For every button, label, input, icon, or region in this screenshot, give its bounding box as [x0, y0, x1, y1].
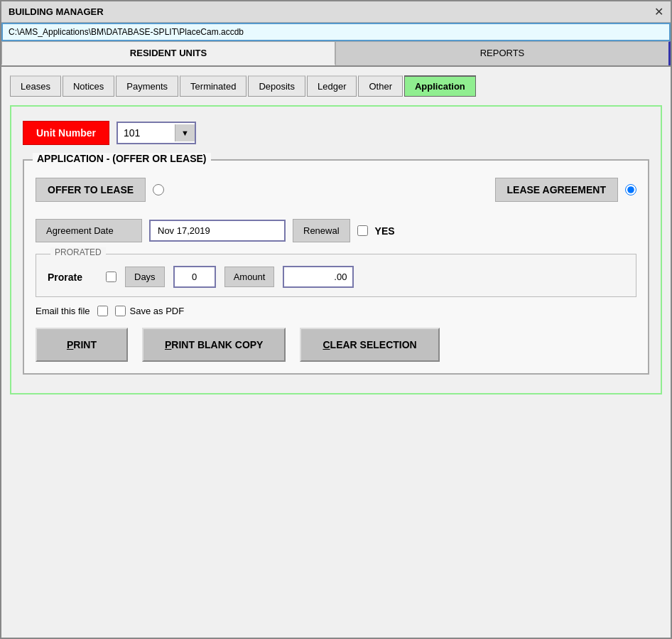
unit-dropdown-arrow-icon[interactable]: ▼ [175, 124, 195, 141]
prorate-row: Prorate Days Amount [48, 266, 624, 288]
tab-ledger[interactable]: Ledger [307, 75, 357, 97]
agreement-date-label: Agreement Date [36, 219, 142, 242]
email-row: Email this file Save as PDF [36, 306, 636, 316]
lease-agreement-group: LEASE AGREEMENT [495, 178, 637, 202]
amount-input[interactable] [283, 266, 354, 288]
offer-to-lease-radio[interactable] [153, 184, 164, 195]
amount-label: Amount [224, 267, 275, 287]
unit-number-select[interactable]: 101 102 103 104 [118, 123, 175, 143]
tab-application[interactable]: Application [404, 75, 476, 97]
tab-leases[interactable]: Leases [10, 75, 61, 97]
save-pdf-text: Save as PDF [130, 306, 185, 316]
main-window: BUILDING MANAGER ✕ C:\AMS_Applications\B… [0, 0, 672, 639]
clear-selection-label: CLEAR SELECTION [323, 339, 416, 350]
prorate-label: Prorate [48, 272, 97, 283]
renewal-checkbox[interactable] [357, 225, 368, 236]
nav-reports[interactable]: REPORTS [335, 41, 671, 65]
clear-selection-button[interactable]: CLEAR SELECTION [300, 328, 439, 362]
days-input[interactable] [173, 266, 216, 288]
form-title: APPLICATION - (OFFER OR LEASE) [33, 153, 211, 164]
offer-to-lease-group: OFFER TO LEASE [36, 178, 164, 202]
prorated-title: PRORATED [50, 247, 106, 257]
unit-select-wrapper: 101 102 103 104 ▼ [116, 122, 196, 144]
print-button[interactable]: PRINT [36, 328, 128, 362]
nav-resident-units[interactable]: RESIDENT UNITS [1, 41, 335, 65]
application-form-box: APPLICATION - (OFFER OR LEASE) OFFER TO … [23, 159, 649, 375]
lease-agreement-radio[interactable] [625, 184, 636, 195]
agreement-date-input[interactable] [149, 220, 286, 242]
save-pdf-checkbox[interactable] [115, 306, 126, 316]
agreement-date-row: Agreement Date Renewal YES [36, 219, 636, 242]
title-bar: BUILDING MANAGER ✕ [1, 1, 671, 23]
unit-number-label: Unit Number [23, 121, 109, 145]
prorated-box: PRORATED Prorate Days Amount [36, 254, 636, 297]
offer-lease-row: OFFER TO LEASE LEASE AGREEMENT [36, 172, 636, 208]
email-checkbox[interactable] [97, 306, 108, 316]
tab-terminated[interactable]: Terminated [180, 75, 246, 97]
path-bar: C:\AMS_Applications\BM\DATABASE-SPLIT\Pl… [1, 23, 671, 41]
tabs-row: Leases Notices Payments Terminated Depos… [10, 75, 662, 97]
top-nav-bar: RESIDENT UNITS REPORTS [1, 41, 671, 67]
print-underline-icon: P [67, 339, 73, 350]
print-blank-copy-button[interactable]: PRINT BLANK COPY [142, 328, 286, 362]
tab-payments[interactable]: Payments [116, 75, 178, 97]
unit-row: Unit Number 101 102 103 104 ▼ [23, 118, 649, 148]
buttons-row: PRINT PRINT BLANK COPY CLEAR SELECTION [36, 328, 636, 362]
main-content-box: Unit Number 101 102 103 104 ▼ APPLICATIO… [10, 105, 662, 394]
window-title: BUILDING MANAGER [9, 6, 104, 17]
save-pdf-label[interactable]: Save as PDF [115, 306, 185, 316]
email-this-file-label: Email this file [36, 306, 90, 316]
tab-notices[interactable]: Notices [63, 75, 114, 97]
file-path: C:\AMS_Applications\BM\DATABASE-SPLIT\Pl… [9, 27, 244, 37]
prorate-checkbox[interactable] [106, 272, 116, 282]
content-area: Leases Notices Payments Terminated Depos… [1, 67, 671, 638]
renewal-label: Renewal [293, 219, 350, 242]
tab-other[interactable]: Other [358, 75, 403, 97]
close-button[interactable]: ✕ [654, 5, 663, 18]
yes-label: YES [375, 225, 395, 237]
print-blank-label: PRINT BLANK COPY [165, 339, 263, 350]
tab-deposits[interactable]: Deposits [248, 75, 305, 97]
offer-to-lease-label: OFFER TO LEASE [36, 178, 146, 202]
lease-agreement-label: LEASE AGREEMENT [495, 178, 619, 202]
days-label: Days [125, 267, 165, 287]
